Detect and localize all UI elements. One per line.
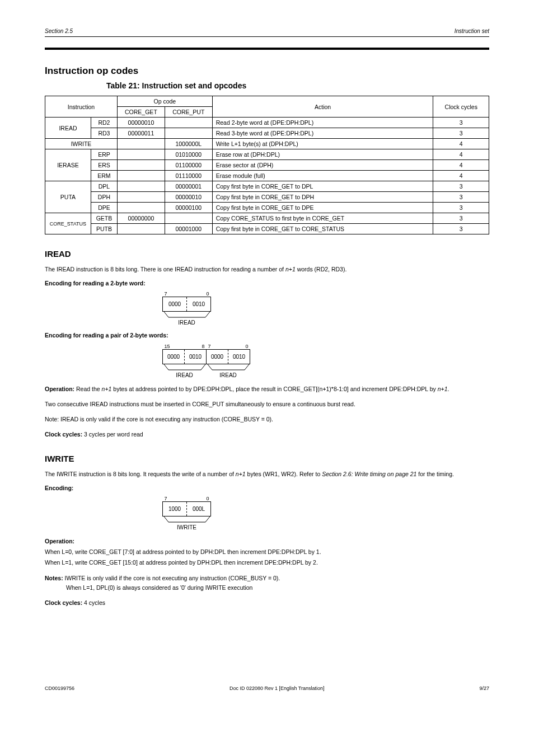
table-row: PUTB 00001000 Copy first byte in CORE_GE… bbox=[45, 224, 489, 234]
iwrite-title: IWRITE bbox=[45, 454, 489, 463]
th-get: CORE_GET bbox=[118, 107, 165, 118]
iread-op-line2: Two consecutive IREAD instructions must … bbox=[45, 400, 489, 408]
section-title: Instruction op codes bbox=[45, 65, 489, 77]
iread-title: IREAD bbox=[45, 249, 489, 259]
th-action: Action bbox=[212, 96, 433, 118]
header-rule-thick bbox=[45, 48, 489, 50]
iread-encoding-2: 15 8 7 0 0000 0010 0000 0010 IREAD bbox=[162, 344, 489, 378]
brace-icon bbox=[163, 516, 211, 524]
iwrite-encoding: 70 1000 000L IWRITE bbox=[162, 496, 489, 530]
iread-encoding-1: 70 0000 0010 IREAD bbox=[162, 291, 489, 326]
table-row: ERS 01100000 Erase sector at (DPH) 4 bbox=[45, 160, 489, 171]
iread-cycles: Clock cycles: 3 cycles per word read bbox=[45, 430, 489, 439]
table-row: ERM 01110000 Erase module (full) 4 bbox=[45, 171, 489, 181]
brace-icon bbox=[163, 364, 207, 372]
table-row: IWRITE 1000000L Write L+1 byte(s) at (DP… bbox=[45, 139, 489, 149]
table-caption: Table 21: Instruction set and opcodes bbox=[106, 81, 489, 90]
table-row: DPH 00000010 Copy first byte in CORE_GET… bbox=[45, 192, 489, 203]
footer-left: CD00199756 bbox=[45, 685, 74, 691]
opcodes-table: Instruction Op code Action Clock cycles … bbox=[45, 96, 489, 234]
footer-right: 9/27 bbox=[479, 685, 489, 691]
table-row: IERASE ERP 01010000 Erase row at (DPH:DP… bbox=[45, 149, 489, 160]
th-opcode: Op code bbox=[118, 96, 213, 107]
page-footer: CD00199756 Doc ID 022080 Rev 1 [English … bbox=[45, 685, 489, 691]
table-row: IREAD RD2 00000010 Read 2-byte word at (… bbox=[45, 118, 489, 128]
brace-icon bbox=[163, 312, 211, 320]
iread-enc1-label: Encoding for reading a 2-byte word: bbox=[45, 279, 489, 288]
iread-enc2-label: Encoding for reading a pair of 2-byte wo… bbox=[45, 331, 489, 340]
iwrite-operation: Operation: bbox=[45, 537, 489, 546]
table-row: PUTA DPL 00000001 Copy first byte in COR… bbox=[45, 181, 489, 192]
iwrite-intro: The IWRITE instruction is 8 bits long. I… bbox=[45, 470, 489, 478]
header-right: Instruction set bbox=[455, 28, 489, 34]
iwrite-op-b: When L=1, write CORE_GET [15:0] at addre… bbox=[45, 558, 489, 567]
iwrite-op-a: When L=0, write CORE_GET [7:0] at addres… bbox=[45, 548, 489, 556]
iwrite-notes: Notes: IWRITE is only valid if the core … bbox=[45, 574, 489, 583]
th-instruction: Instruction bbox=[45, 96, 118, 118]
iread-op-line3: Note: IREAD is only valid if the core is… bbox=[45, 415, 489, 424]
page-header: Section 2.5 Instruction set bbox=[45, 28, 489, 36]
iread-operation: Operation: Read the n+1 bytes at address… bbox=[45, 385, 489, 393]
th-put: CORE_PUT bbox=[165, 107, 212, 118]
header-left: Section 2.5 bbox=[45, 28, 73, 34]
table-row: CORE_STATUS GETB 00000000 Copy CORE_STAT… bbox=[45, 213, 489, 224]
iwrite-enc-label: Encoding: bbox=[45, 484, 489, 492]
iwrite-note2: When L=1, DPL(0) is always considered as… bbox=[66, 584, 489, 592]
table-row: RD3 00000011 Read 3-byte word at (DPE:DP… bbox=[45, 128, 489, 139]
th-clock: Clock cycles bbox=[433, 96, 489, 118]
footer-center: Doc ID 022080 Rev 1 [English Translation… bbox=[229, 685, 325, 691]
table-row: DPE 00000100 Copy first byte in CORE_GET… bbox=[45, 203, 489, 213]
iwrite-cycles: Clock cycles: 4 cycles bbox=[45, 599, 489, 607]
brace-icon bbox=[207, 364, 250, 372]
header-rule-thin bbox=[45, 36, 489, 37]
iread-intro: The IREAD instruction is 8 bits long. Th… bbox=[45, 265, 489, 274]
